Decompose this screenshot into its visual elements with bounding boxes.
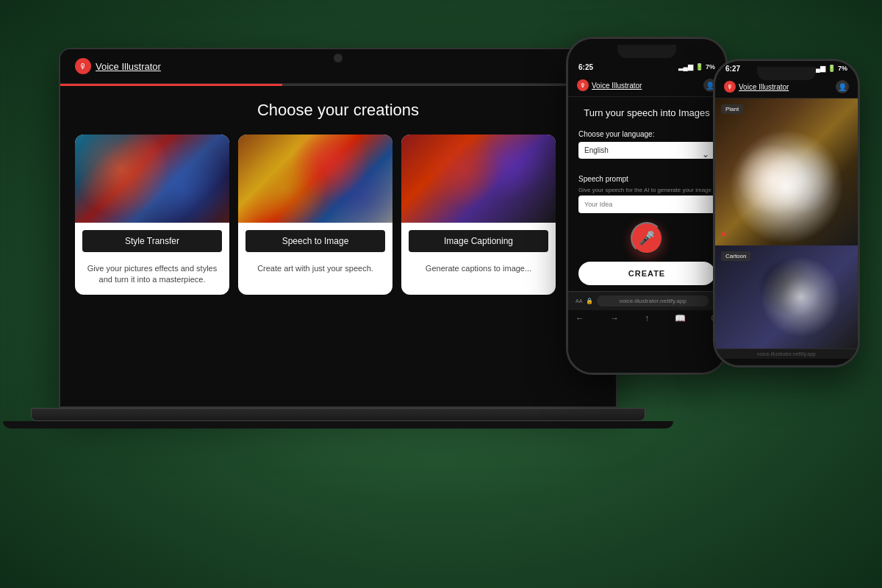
laptop-foot: [3, 421, 673, 429]
speech-heading: Turn your speech into Images: [578, 107, 715, 120]
cartoon-tag: Cartoon: [721, 251, 750, 261]
phone-left-browser-controls: ← → ↑ 📖 ⧉: [568, 310, 725, 326]
phone-left-browser-bar: AA 🔒 voice-illustrator.netlify.app ↻: [568, 291, 725, 310]
speech-prompt-label: Speech prompt: [578, 175, 715, 183]
mic-button[interactable]: 🎤: [631, 222, 663, 254]
phone-right-app-title[interactable]: Voice Illustrator: [739, 83, 789, 91]
flowers-artwork: [715, 98, 858, 245]
laptop-main-content: Choose your creations Style Transfer Giv…: [60, 86, 616, 309]
phone-left-time: 6:25: [578, 63, 593, 71]
phone-left-app-header: 🎙 Voice Illustrator 👤: [568, 74, 725, 97]
bookmarks-button[interactable]: 📖: [675, 313, 686, 323]
gallery-image-flowers[interactable]: Plant ♥: [715, 98, 858, 245]
section-title: Choose your creations: [75, 101, 601, 120]
phone-right-url: voice-illustrator.netlify.app: [715, 348, 858, 359]
right-url-text[interactable]: voice-illustrator.netlify.app: [757, 351, 816, 356]
heart-icon[interactable]: ♥: [721, 229, 726, 240]
phone-left-status-bar: 6:25 ▂▄▆ 🔋 7%: [568, 60, 725, 74]
phone-right-screen: 6:27 ▂▄▆ 🔋 7% 🎙 Voice Illustrator 👤: [715, 61, 858, 365]
style-transfer-button[interactable]: Style Transfer: [82, 230, 222, 252]
phone-left-app-title[interactable]: Voice Illustrator: [592, 82, 642, 90]
phone-left-notch: [617, 45, 676, 58]
laptop: 🎙 Voice Illustrator 👤 Choose your creati…: [59, 48, 617, 430]
phone-right-shell: 6:27 ▂▄▆ 🔋 7% 🎙 Voice Illustrator 👤: [713, 59, 860, 368]
gallery-image-panda[interactable]: Cartoon: [715, 245, 858, 348]
phone-right-notch: [757, 67, 816, 80]
phone-right-status-icons: ▂▄▆ 🔋 7%: [811, 65, 847, 72]
image-captioning-desc: Generate captions to image...: [401, 259, 556, 283]
phone-left-shell: 6:25 ▂▄▆ 🔋 7% 🎙 Voice Illustrator 👤: [566, 37, 728, 375]
phone-left: 6:25 ▂▄▆ 🔋 7% 🎙 Voice Illustrator 👤: [566, 37, 728, 375]
app-title[interactable]: Voice Illustrator: [96, 61, 161, 72]
art-caption-image: [401, 135, 556, 223]
phone-right: 6:27 ▂▄▆ 🔋 7% 🎙 Voice Illustrator 👤: [713, 59, 860, 368]
phone-right-logo[interactable]: 🎙 Voice Illustrator: [724, 81, 789, 93]
card-speech-to-image[interactable]: Speech to Image Create art with just you…: [238, 135, 392, 295]
share-button[interactable]: ↑: [645, 313, 649, 323]
aa-icon: AA: [576, 298, 582, 304]
laptop-body: 🎙 Voice Illustrator 👤 Choose your creati…: [59, 48, 617, 408]
right-battery-percent: 7%: [838, 65, 847, 72]
lock-icon: 🔒: [586, 298, 593, 304]
phone-left-screen: 6:25 ▂▄▆ 🔋 7% 🎙 Voice Illustrator 👤: [568, 39, 725, 373]
plant-tag: Plant: [721, 104, 743, 114]
mic-button-wrapper: 🎤: [578, 222, 715, 254]
phone-left-status-icons: ▂▄▆ 🔋 7%: [678, 63, 715, 71]
logo-icon: 🎙: [75, 58, 91, 74]
create-button[interactable]: CREATE: [578, 262, 715, 285]
card-image-caption: [401, 135, 556, 223]
card-image-captioning[interactable]: Image Captioning Generate captions to im…: [401, 135, 556, 295]
wifi-icon: ▂▄▆: [678, 63, 693, 71]
laptop-screen: 🎙 Voice Illustrator 👤 Choose your creati…: [60, 49, 616, 406]
phone-right-logo-icon: 🎙: [724, 81, 736, 93]
speech-form: Turn your speech into Images Choose your…: [568, 97, 725, 291]
card-image-style-transfer: [75, 135, 229, 223]
laptop-camera: [334, 54, 343, 62]
phone-left-logo[interactable]: 🎙 Voice Illustrator: [577, 79, 642, 91]
style-transfer-desc: Give your pictures effects and styles an…: [75, 259, 229, 295]
speech-to-image-desc: Create art with just your speech.: [238, 259, 392, 283]
language-label: Choose your language:: [578, 130, 715, 138]
mic-icon: 🎤: [639, 230, 655, 246]
app-logo[interactable]: 🎙 Voice Illustrator: [75, 58, 161, 74]
language-select[interactable]: English: [578, 142, 715, 159]
laptop-base: [31, 408, 645, 421]
language-select-wrapper[interactable]: English: [578, 142, 715, 168]
scene: 🎙 Voice Illustrator 👤 Choose your creati…: [37, 18, 845, 570]
panda-artwork: [715, 245, 858, 348]
back-button[interactable]: ←: [576, 313, 584, 323]
card-style-transfer[interactable]: Style Transfer Give your pictures effect…: [75, 135, 229, 295]
image-captioning-button[interactable]: Image Captioning: [409, 230, 548, 252]
speech-to-image-button[interactable]: Speech to Image: [245, 230, 385, 252]
art-speech-image: [238, 135, 392, 223]
phone-right-time: 6:27: [725, 65, 740, 73]
cards-row: Style Transfer Give your pictures effect…: [75, 135, 601, 295]
art-style-transfer-image: [75, 135, 229, 223]
phone-right-user-icon[interactable]: 👤: [836, 80, 849, 93]
card-image-speech: [238, 135, 392, 223]
phone-left-url[interactable]: voice-illustrator.netlify.app: [597, 295, 709, 306]
phone-left-logo-icon: 🎙: [577, 79, 589, 91]
right-battery-icon: 🔋: [828, 65, 836, 72]
forward-button[interactable]: →: [610, 313, 619, 323]
idea-input[interactable]: [578, 196, 715, 213]
speech-prompt-sublabel: Give your speech for the AI to generate …: [578, 187, 715, 193]
battery-icon: 🔋: [695, 63, 703, 71]
